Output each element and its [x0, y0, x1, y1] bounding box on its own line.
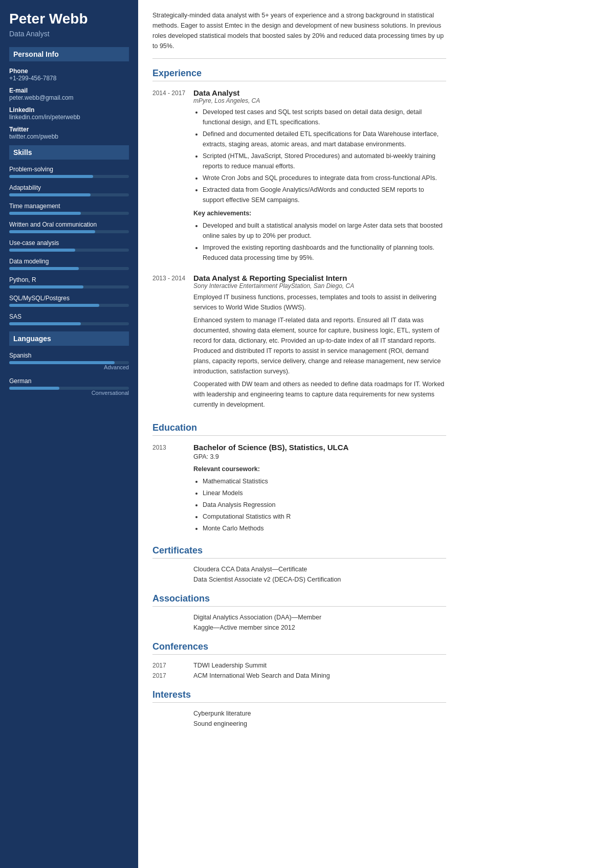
entry-body: Employed IT business functions, processe…: [193, 292, 446, 410]
skill-bar: [9, 249, 129, 252]
skill-bar-fill: [9, 285, 83, 288]
course-item: Mathematical Statistics: [203, 476, 446, 486]
skill-bar: [9, 193, 129, 196]
skill-bar: [9, 175, 129, 178]
entry-title: Data Analyst & Reporting Specialist Inte…: [193, 274, 446, 282]
language-item: German Conversational: [9, 377, 129, 396]
languages-header: Languages: [9, 331, 129, 346]
association-item: Kaggle—Active member since 2012: [193, 624, 446, 631]
experience-section: Experience 2014 - 2017 Data Analyst mPyr…: [152, 68, 446, 412]
achievement-item: Developed and built a statistical analys…: [203, 220, 446, 241]
coursework-list: Mathematical StatisticsLinear ModelsData…: [193, 476, 446, 533]
associations-title: Associations: [152, 593, 446, 607]
contact-value: linkedin.com/in/peterwebb: [9, 114, 129, 121]
language-bar: [9, 387, 129, 390]
skill-item: Adaptability: [9, 184, 129, 196]
entry-subtitle: Sony Interactive Entertainment PlayStati…: [193, 282, 446, 290]
candidate-title: Data Analyst: [9, 30, 129, 38]
conference-entry: 2017 ACM International Web Search and Da…: [152, 672, 446, 679]
summary: Strategically-minded data analyst with 5…: [152, 10, 446, 59]
education-entry: 2013 Bachelor of Science (BS), Statistic…: [152, 443, 446, 535]
conference-entry: 2017 TDWI Leadership Summit: [152, 662, 446, 669]
experience-list: 2014 - 2017 Data Analyst mPyre, Los Ange…: [152, 88, 446, 412]
achievements-list: Developed and built a statistical analys…: [193, 220, 446, 263]
course-item: Computational Statistics with R: [203, 511, 446, 522]
entry-title: Bachelor of Science (BS), Statistics, UL…: [193, 443, 446, 452]
skill-name: SQL/MySQL/Postgres: [9, 295, 129, 302]
certificates-title: Certificates: [152, 545, 446, 559]
bullet-item: Defined and documented detailed ETL spec…: [203, 129, 446, 149]
interest-item: Sound engineering: [193, 720, 446, 727]
bullet-item: Developed test cases and SQL test script…: [203, 107, 446, 127]
bullet-item: Wrote Cron Jobs and SQL procedures to in…: [203, 173, 446, 183]
languages-list: Spanish Advanced German Conversational: [9, 352, 129, 396]
certificates-section: Certificates Cloudera CCA Data Analyst—C…: [152, 545, 446, 583]
language-level: Advanced: [9, 364, 129, 370]
language-name: German: [9, 377, 129, 385]
skill-name: Data modeling: [9, 258, 129, 265]
skill-name: Python, R: [9, 276, 129, 283]
interests-list: Cyberpunk literatureSound engineering: [152, 710, 446, 727]
skill-bar: [9, 322, 129, 325]
contact-label: Phone: [9, 68, 129, 75]
interest-item: Cyberpunk literature: [193, 710, 446, 717]
entry-year: 2014 - 2017: [152, 88, 193, 264]
skill-bar-fill: [9, 193, 91, 196]
conferences-title: Conferences: [152, 641, 446, 655]
contact-list: Phone+1-299-456-7878E-mailpeter.webb@gma…: [9, 68, 129, 140]
entry-body: GPA: 3.9 Relevant coursework: Mathematic…: [193, 452, 446, 533]
conf-name: TDWI Leadership Summit: [193, 662, 267, 669]
paragraph: Cooperated with DW team and others as ne…: [193, 379, 446, 410]
skills-list: Problem-solving Adaptability Time manage…: [9, 166, 129, 325]
contact-label: Twitter: [9, 126, 129, 133]
bullet-item: Scripted (HTML, JavaScript, Stored Proce…: [203, 151, 446, 171]
entry-content: Bachelor of Science (BS), Statistics, UL…: [193, 443, 446, 535]
skill-item: Problem-solving: [9, 166, 129, 178]
association-item: Digital Analytics Association (DAA)—Memb…: [193, 614, 446, 621]
key-achievements-label: Key achievements:: [193, 208, 446, 218]
skill-item: Python, R: [9, 276, 129, 288]
contact-label: E-mail: [9, 87, 129, 94]
coursework-label: Relevant coursework:: [193, 464, 446, 474]
education-title: Education: [152, 422, 446, 436]
certificate-item: Cloudera CCA Data Analyst—Certificate: [193, 566, 446, 573]
conferences-section: Conferences 2017 TDWI Leadership Summit …: [152, 641, 446, 679]
education-section: Education 2013 Bachelor of Science (BS),…: [152, 422, 446, 535]
entry-year: 2013 - 2014: [152, 274, 193, 412]
interests-title: Interests: [152, 689, 446, 703]
bullet-list: Developed test cases and SQL test script…: [193, 107, 446, 205]
skill-bar: [9, 230, 129, 233]
skill-name: Time management: [9, 203, 129, 210]
contact-item: Phone+1-299-456-7878: [9, 68, 129, 82]
experience-entry: 2014 - 2017 Data Analyst mPyre, Los Ange…: [152, 88, 446, 264]
language-bar-fill: [9, 361, 115, 364]
skill-item: Time management: [9, 203, 129, 215]
conf-year: 2017: [152, 672, 193, 679]
gpa: GPA: 3.9: [193, 452, 446, 462]
course-item: Linear Models: [203, 488, 446, 498]
skill-bar-fill: [9, 322, 81, 325]
skill-bar-fill: [9, 212, 81, 215]
bullet-item: Extracted data from Google Analytics/AdW…: [203, 185, 446, 205]
language-bar: [9, 361, 129, 364]
skill-bar-fill: [9, 230, 95, 233]
skill-item: Data modeling: [9, 258, 129, 270]
skill-item: SAS: [9, 313, 129, 325]
paragraph: Enhanced system to manage IT-related dat…: [193, 315, 446, 376]
interests-section: Interests Cyberpunk literatureSound engi…: [152, 689, 446, 727]
candidate-name: Peter Webb: [9, 10, 129, 28]
entry-body: Developed test cases and SQL test script…: [193, 107, 446, 263]
contact-item: E-mailpeter.webb@gmail.com: [9, 87, 129, 101]
entry-content: Data Analyst mPyre, Los Angeles, CA Deve…: [193, 88, 446, 264]
entry-content: Data Analyst & Reporting Specialist Inte…: [193, 274, 446, 412]
skill-item: SQL/MySQL/Postgres: [9, 295, 129, 307]
entry-title: Data Analyst: [193, 88, 446, 97]
contact-item: LinkedInlinkedin.com/in/peterwebb: [9, 106, 129, 121]
language-name: Spanish: [9, 352, 129, 359]
language-bar-fill: [9, 387, 59, 390]
language-item: Spanish Advanced: [9, 352, 129, 370]
skill-bar: [9, 267, 129, 270]
skill-item: Use-case analysis: [9, 239, 129, 252]
experience-entry: 2013 - 2014 Data Analyst & Reporting Spe…: [152, 274, 446, 412]
entry-subtitle: mPyre, Los Angeles, CA: [193, 97, 446, 104]
